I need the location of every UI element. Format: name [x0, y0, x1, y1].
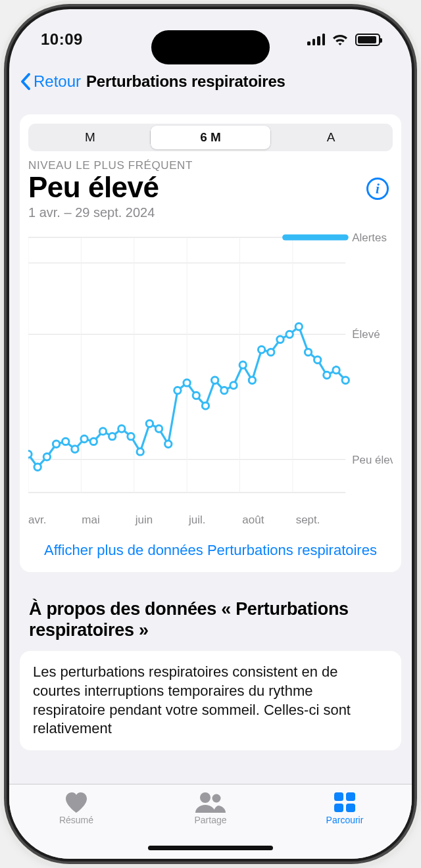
chevron-left-icon — [20, 72, 31, 91]
svg-point-16 — [34, 464, 41, 470]
info-button[interactable]: i — [366, 178, 389, 200]
svg-point-29 — [155, 425, 162, 432]
svg-point-45 — [305, 349, 311, 355]
chart-area[interactable]: AlertesÉlevéPeu élevé — [28, 231, 393, 512]
x-tick: avr. — [28, 514, 82, 527]
about-card: Les perturbations respiratoires consiste… — [20, 651, 401, 750]
nav-bar: Retour Perturbations respiratoires — [9, 70, 412, 99]
show-more-link[interactable]: Afficher plus de données Perturbations r… — [28, 541, 393, 560]
svg-point-49 — [342, 377, 349, 383]
svg-point-32 — [184, 379, 190, 386]
svg-point-50 — [200, 792, 210, 803]
about-title: À propos des données « Perturbations res… — [29, 598, 392, 641]
svg-point-24 — [109, 433, 115, 439]
svg-point-28 — [146, 420, 153, 427]
svg-point-23 — [99, 428, 106, 435]
tab-label: Résumé — [59, 815, 93, 825]
metric-caption: NIVEAU LE PLUS FRÉQUENT — [28, 159, 393, 172]
battery-icon — [355, 34, 380, 46]
back-label: Retour — [34, 72, 81, 91]
x-tick: juil. — [189, 514, 242, 527]
svg-point-33 — [193, 392, 199, 398]
svg-point-30 — [165, 441, 172, 447]
home-indicator[interactable] — [148, 846, 273, 850]
svg-point-42 — [277, 336, 284, 343]
page-title: Perturbations respiratoires — [86, 72, 285, 91]
svg-point-39 — [249, 377, 255, 383]
metric-value: Peu élevé — [28, 171, 159, 204]
svg-rect-54 — [334, 804, 343, 812]
heart-icon — [64, 791, 89, 813]
svg-point-47 — [324, 372, 330, 378]
tab-summary[interactable]: Résumé — [9, 788, 143, 859]
svg-point-36 — [221, 387, 228, 394]
tab-browse[interactable]: Parcourir — [278, 788, 412, 859]
dynamic-island — [151, 30, 270, 64]
svg-rect-52 — [334, 792, 343, 801]
wifi-icon — [332, 33, 349, 46]
x-tick: sept. — [296, 514, 349, 527]
tab-label: Partage — [194, 815, 226, 825]
svg-point-21 — [81, 435, 87, 442]
cellular-icon — [307, 34, 325, 45]
x-tick: mai — [82, 514, 135, 527]
svg-point-26 — [128, 433, 134, 439]
svg-point-41 — [268, 349, 274, 355]
segment-year[interactable]: A — [271, 126, 391, 149]
chart-x-axis: avr.maijuinjuil.aoûtsept. — [28, 514, 393, 527]
svg-text:Alertes: Alertes — [352, 231, 387, 244]
x-tick: août — [242, 514, 295, 527]
svg-point-44 — [295, 324, 302, 330]
svg-point-43 — [286, 331, 293, 337]
svg-point-38 — [239, 362, 246, 368]
svg-point-25 — [118, 425, 125, 432]
segment-month[interactable]: M — [30, 126, 150, 149]
svg-point-19 — [62, 438, 69, 445]
grid-icon — [333, 791, 357, 813]
svg-point-18 — [53, 441, 59, 447]
svg-rect-55 — [346, 804, 355, 812]
svg-point-17 — [43, 453, 50, 460]
side-button-power — [416, 197, 420, 289]
svg-point-27 — [137, 448, 143, 455]
svg-text:Élevé: Élevé — [352, 328, 380, 341]
side-button-vol-down — [1, 250, 5, 309]
svg-point-31 — [174, 387, 181, 394]
status-time: 10:09 — [41, 30, 83, 49]
side-button-silent — [1, 132, 5, 159]
date-range: 1 avr. – 29 sept. 2024 — [28, 205, 393, 220]
svg-rect-53 — [346, 792, 355, 801]
svg-text:Peu élevé: Peu élevé — [352, 454, 393, 466]
range-segmented: M 6 M A — [28, 124, 393, 151]
svg-point-35 — [212, 377, 218, 383]
svg-point-37 — [230, 382, 237, 389]
svg-point-22 — [90, 438, 97, 445]
svg-point-46 — [314, 356, 321, 363]
people-icon — [194, 791, 227, 813]
svg-point-20 — [72, 446, 78, 452]
svg-point-40 — [258, 347, 264, 353]
tab-label: Parcourir — [326, 815, 364, 825]
svg-point-34 — [202, 402, 209, 409]
svg-point-48 — [333, 367, 339, 374]
main-card: M 6 M A NIVEAU LE PLUS FRÉQUENT Peu élev… — [20, 114, 401, 572]
x-tick: juin — [136, 514, 189, 527]
svg-point-15 — [28, 451, 32, 458]
svg-point-51 — [212, 794, 221, 803]
segment-6months[interactable]: 6 M — [151, 126, 270, 149]
side-button-vol-up — [1, 178, 5, 237]
back-button[interactable]: Retour — [20, 72, 85, 91]
